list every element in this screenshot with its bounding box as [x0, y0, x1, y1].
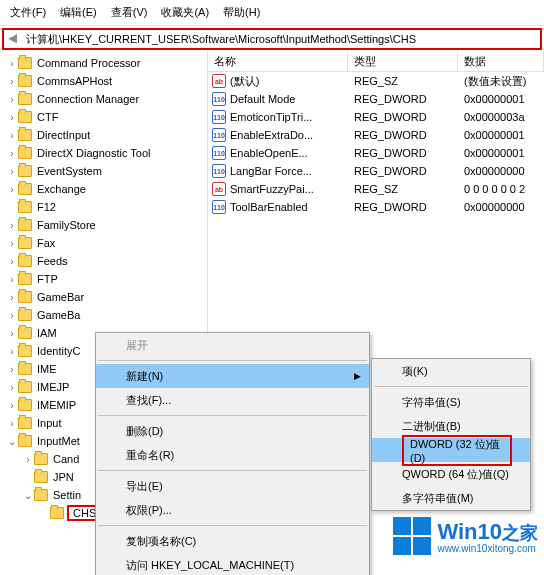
address-path[interactable]: 计算机\HKEY_CURRENT_USER\Software\Microsoft… [22, 32, 540, 47]
value-name: EnableExtraDo... [230, 129, 313, 141]
tree-item[interactable]: ›EventSystem [0, 162, 207, 180]
tree-item[interactable]: ›DirectX Diagnostic Tool [0, 144, 207, 162]
expand-icon[interactable]: › [6, 94, 18, 105]
new-qword-value[interactable]: QWORD (64 位)值(Q) [372, 462, 530, 486]
folder-icon [18, 219, 32, 231]
expand-icon[interactable]: › [6, 418, 18, 429]
tree-item[interactable]: ›FTP [0, 270, 207, 288]
list-item[interactable]: 110LangBar Force...REG_DWORD0x00000000 [208, 162, 544, 180]
new-submenu[interactable]: 项(K) 字符串值(S) 二进制值(B) DWORD (32 位)值(D) QW… [371, 358, 531, 511]
tree-item[interactable]: ›FamilyStore [0, 216, 207, 234]
expand-icon[interactable]: › [6, 130, 18, 141]
folder-icon [34, 489, 48, 501]
value-type: REG_DWORD [348, 147, 458, 159]
tree-label: Fax [35, 237, 57, 249]
menu-file[interactable]: 文件(F) [5, 3, 51, 22]
value-type: REG_DWORD [348, 165, 458, 177]
expand-icon[interactable]: › [6, 382, 18, 393]
address-bar[interactable]: ⯇ 计算机\HKEY_CURRENT_USER\Software\Microso… [2, 28, 542, 50]
value-name: SmartFuzzyPai... [230, 183, 314, 195]
expand-icon[interactable]: › [6, 310, 18, 321]
expand-icon[interactable]: › [6, 220, 18, 231]
list-item[interactable]: 110EmoticonTipTri...REG_DWORD0x0000003a [208, 108, 544, 126]
tree-item[interactable]: ›GameBa [0, 306, 207, 324]
folder-icon [18, 309, 32, 321]
context-menu[interactable]: 展开 新建(N)▶ 查找(F)... 删除(D) 重命名(R) 导出(E) 权限… [95, 332, 370, 575]
folder-icon [18, 57, 32, 69]
value-type: REG_DWORD [348, 201, 458, 213]
list-item[interactable]: ab(默认)REG_SZ(数值未设置) [208, 72, 544, 90]
expand-icon[interactable]: › [22, 454, 34, 465]
tree-item[interactable]: ›GameBar [0, 288, 207, 306]
expand-icon[interactable]: › [6, 292, 18, 303]
tree-label: EventSystem [35, 165, 104, 177]
expand-icon[interactable]: › [6, 166, 18, 177]
list-item[interactable]: 110Default ModeREG_DWORD0x00000001 [208, 90, 544, 108]
ctx-permissions[interactable]: 权限(P)... [96, 498, 369, 522]
folder-icon [18, 147, 32, 159]
tree-item[interactable]: ›Command Processor [0, 54, 207, 72]
expand-icon[interactable]: › [6, 328, 18, 339]
tree-item[interactable]: ›Exchange [0, 180, 207, 198]
ctx-delete[interactable]: 删除(D) [96, 419, 369, 443]
new-key[interactable]: 项(K) [372, 359, 530, 383]
tree-item[interactable]: ›Connection Manager [0, 90, 207, 108]
tree-item[interactable]: ›Fax [0, 234, 207, 252]
expand-icon[interactable]: › [6, 364, 18, 375]
value-data: 0x00000000 [458, 201, 544, 213]
reg-dword-icon: 110 [212, 110, 226, 124]
folder-icon [18, 93, 32, 105]
list-item[interactable]: 110EnableExtraDo...REG_DWORD0x00000001 [208, 126, 544, 144]
ctx-find[interactable]: 查找(F)... [96, 388, 369, 412]
expand-icon[interactable]: › [6, 148, 18, 159]
column-data[interactable]: 数据 [458, 52, 544, 71]
ctx-copy-key-name[interactable]: 复制项名称(C) [96, 529, 369, 553]
expand-icon[interactable]: › [6, 58, 18, 69]
menu-favorites[interactable]: 收藏夹(A) [156, 3, 214, 22]
list-header[interactable]: 名称 类型 数据 [208, 52, 544, 72]
new-dword-value[interactable]: DWORD (32 位)值(D) [372, 438, 530, 462]
tree-label: Connection Manager [35, 93, 141, 105]
expand-icon[interactable]: › [6, 256, 18, 267]
expand-icon[interactable]: › [6, 112, 18, 123]
expand-icon[interactable]: › [6, 346, 18, 357]
list-item[interactable]: 110EnableOpenE...REG_DWORD0x00000001 [208, 144, 544, 162]
tree-label: GameBar [35, 291, 86, 303]
menu-bar: 文件(F) 编辑(E) 查看(V) 收藏夹(A) 帮助(H) [0, 0, 544, 26]
tree-item[interactable]: ›CommsAPHost [0, 72, 207, 90]
value-data: 0x00000001 [458, 147, 544, 159]
expand-icon[interactable]: › [6, 76, 18, 87]
windows-logo-icon [393, 517, 431, 555]
tree-item[interactable]: ›DirectInput [0, 126, 207, 144]
back-icon[interactable]: ⯇ [4, 33, 22, 45]
reg-sz-icon: ab [212, 74, 226, 88]
expand-icon[interactable]: › [6, 274, 18, 285]
expand-icon[interactable]: ⌄ [6, 436, 18, 447]
expand-icon[interactable]: ⌄ [22, 490, 34, 501]
ctx-export[interactable]: 导出(E) [96, 474, 369, 498]
new-string-value[interactable]: 字符串值(S) [372, 390, 530, 414]
expand-icon[interactable]: › [6, 184, 18, 195]
expand-icon[interactable]: › [6, 400, 18, 411]
tree-label: CTF [35, 111, 60, 123]
list-item[interactable]: 110ToolBarEnabledREG_DWORD0x00000000 [208, 198, 544, 216]
expand-icon[interactable]: › [6, 238, 18, 249]
menu-help[interactable]: 帮助(H) [218, 3, 265, 22]
tree-label: F12 [35, 201, 58, 213]
column-type[interactable]: 类型 [348, 52, 458, 71]
ctx-new[interactable]: 新建(N)▶ [96, 364, 369, 388]
tree-item[interactable]: ›Feeds [0, 252, 207, 270]
watermark: Win10之家 www.win10xitong.com [393, 517, 538, 555]
list-item[interactable]: abSmartFuzzyPai...REG_SZ0 0 0 0 0 0 2 [208, 180, 544, 198]
menu-view[interactable]: 查看(V) [106, 3, 153, 22]
value-data: 0x0000003a [458, 111, 544, 123]
tree-label: IMEMIP [35, 399, 78, 411]
tree-item[interactable]: ›CTF [0, 108, 207, 126]
ctx-goto-hklm[interactable]: 访问 HKEY_LOCAL_MACHINE(T) [96, 553, 369, 575]
folder-icon [18, 417, 32, 429]
tree-item[interactable]: .F12 [0, 198, 207, 216]
column-name[interactable]: 名称 [208, 52, 348, 71]
menu-edit[interactable]: 编辑(E) [55, 3, 102, 22]
new-multi-string-value[interactable]: 多字符串值(M) [372, 486, 530, 510]
ctx-rename[interactable]: 重命名(R) [96, 443, 369, 467]
